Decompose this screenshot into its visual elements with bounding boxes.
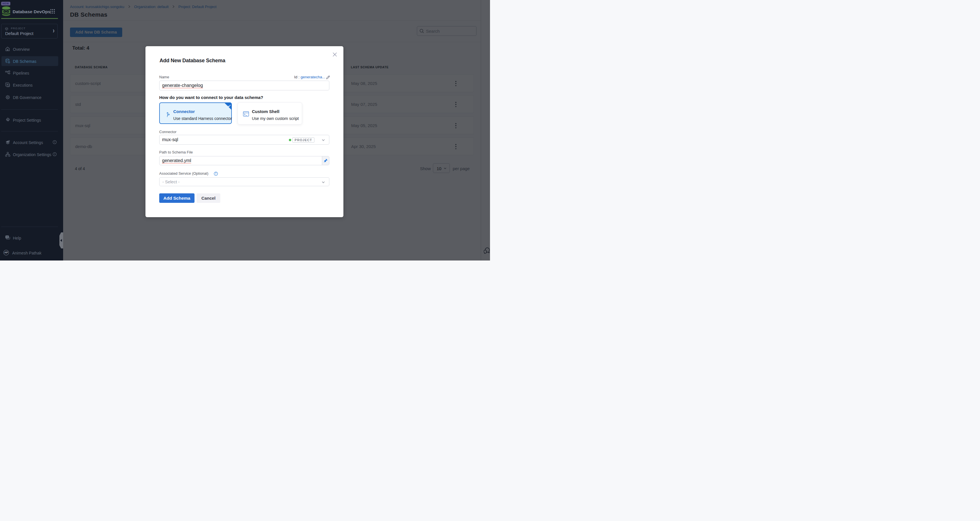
svg-text:?: ?: [6, 236, 8, 238]
